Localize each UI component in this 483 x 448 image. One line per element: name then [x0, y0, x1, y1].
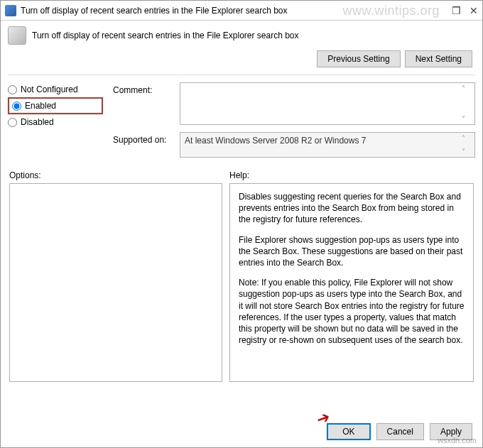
- maximize-icon[interactable]: ❐: [452, 5, 461, 16]
- options-label: Options:: [9, 168, 222, 183]
- help-paragraph: Note: If you enable this policy, File Ex…: [239, 277, 465, 346]
- radio-enabled-label: Enabled: [25, 101, 56, 111]
- radio-not-configured-input[interactable]: [8, 85, 17, 94]
- titlebar: Turn off display of recent search entrie…: [1, 1, 482, 21]
- scroll-down-icon: ˅: [462, 148, 473, 155]
- options-panel: [9, 183, 222, 382]
- comment-textarea[interactable]: ˄˅: [180, 82, 475, 125]
- state-radio-group: Not Configured Enabled Disabled: [8, 82, 103, 165]
- policy-title: Turn off display of recent search entrie…: [32, 31, 475, 40]
- comment-label: Comment:: [113, 82, 174, 125]
- ok-button[interactable]: OK: [327, 423, 370, 440]
- radio-disabled-label: Disabled: [21, 117, 54, 127]
- supported-label: Supported on:: [113, 132, 174, 158]
- app-icon: [5, 5, 16, 16]
- next-setting-button[interactable]: Next Setting: [405, 50, 472, 67]
- supported-on-text: At least Windows Server 2008 R2 or Windo…: [180, 132, 475, 158]
- scroll-up-icon: ˄: [462, 84, 473, 92]
- dialog-footer: OK Cancel Apply: [327, 423, 472, 440]
- help-paragraph: Disables suggesting recent queries for t…: [239, 191, 465, 226]
- policy-icon: [8, 26, 26, 45]
- radio-enabled[interactable]: Enabled: [12, 99, 99, 113]
- radio-not-configured-label: Not Configured: [21, 84, 78, 94]
- help-paragraph: File Explorer shows suggestion pop-ups a…: [239, 234, 465, 269]
- help-label: Help:: [229, 168, 474, 183]
- apply-button[interactable]: Apply: [430, 423, 472, 440]
- highlight-box: Enabled: [8, 97, 103, 114]
- scroll-down-icon: ˅: [462, 115, 473, 123]
- gpedit-policy-dialog: Turn off display of recent search entrie…: [0, 0, 483, 448]
- radio-enabled-input[interactable]: [12, 102, 21, 111]
- scroll-up-icon: ˄: [462, 134, 473, 142]
- cancel-button[interactable]: Cancel: [376, 423, 424, 440]
- radio-disabled-input[interactable]: [8, 118, 17, 127]
- close-icon[interactable]: ✕: [470, 5, 478, 16]
- radio-disabled[interactable]: Disabled: [8, 115, 103, 129]
- previous-setting-button[interactable]: Previous Setting: [317, 50, 400, 67]
- radio-not-configured[interactable]: Not Configured: [8, 82, 103, 97]
- window-title: Turn off display of recent search entrie…: [21, 6, 452, 16]
- help-panel: Disables suggesting recent queries for t…: [229, 183, 474, 382]
